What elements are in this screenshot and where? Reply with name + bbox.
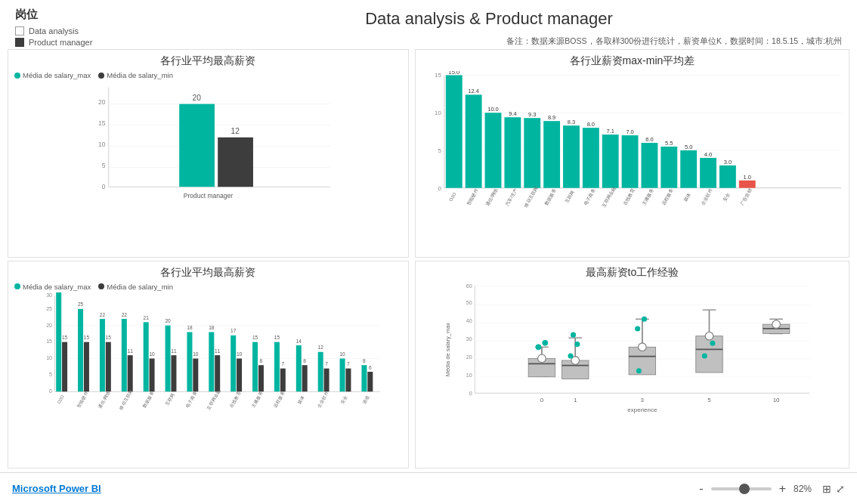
powerbi-link[interactable]: Microsoft Power BI (12, 483, 101, 494)
svg-rect-55 (187, 332, 192, 391)
chart-bottom-left: 各行业平均最高薪资 Média de salary_max Média de s… (8, 261, 409, 469)
svg-text:10: 10 (339, 351, 345, 357)
svg-text:0: 0 (102, 183, 106, 190)
legend-max-label: Média de salary_max (23, 71, 91, 79)
chart-bottom-left-title: 各行业平均最高薪资 (14, 266, 402, 280)
svg-text:15: 15 (274, 335, 280, 340)
svg-point-202 (636, 368, 642, 373)
chart-top-right-title: 各行业薪资max-min平均差 (422, 54, 843, 68)
svg-rect-80 (296, 345, 302, 391)
boxplot-0: 0 (528, 340, 555, 404)
svg-text:20: 20 (98, 98, 106, 106)
svg-text:15: 15 (252, 335, 258, 340)
svg-text:14: 14 (296, 338, 302, 343)
chart-bottom-right-svg: Média de salary_max 0 10 20 30 40 50 60 (422, 283, 843, 430)
svg-text:远程服务: 远程服务 (272, 390, 285, 408)
svg-text:通信/网络: 通信/网络 (485, 187, 499, 206)
svg-text:1: 1 (574, 396, 577, 403)
svg-rect-145 (680, 150, 697, 188)
svg-text:15: 15 (106, 335, 112, 340)
svg-text:20: 20 (466, 354, 472, 360)
svg-text:8: 8 (303, 357, 306, 363)
svg-point-220 (772, 320, 781, 328)
svg-text:15.0: 15.0 (448, 71, 459, 76)
svg-rect-31 (84, 342, 89, 391)
svg-rect-127 (563, 125, 580, 188)
svg-rect-115 (484, 113, 501, 187)
dot-min-bl (98, 283, 104, 289)
svg-rect-118 (504, 117, 521, 188)
svg-text:11: 11 (128, 348, 134, 353)
svg-point-211 (702, 353, 707, 358)
svg-text:7: 7 (347, 361, 350, 366)
expand-icon[interactable]: ⤢ (836, 483, 845, 495)
svg-rect-124 (543, 121, 560, 188)
svg-rect-61 (215, 355, 220, 391)
svg-rect-50 (166, 325, 171, 391)
svg-text:25: 25 (46, 305, 52, 311)
svg-rect-41 (128, 355, 133, 391)
svg-text:11: 11 (215, 348, 221, 353)
svg-text:媒体: 媒体 (683, 192, 691, 202)
svg-text:10: 10 (773, 396, 780, 403)
svg-text:10: 10 (98, 141, 106, 148)
svg-text:安全: 安全 (722, 191, 731, 202)
svg-rect-148 (700, 158, 716, 188)
svg-rect-130 (583, 128, 599, 188)
svg-text:22: 22 (100, 311, 106, 317)
svg-text:20: 20 (46, 322, 52, 327)
svg-rect-76 (280, 368, 286, 391)
svg-point-210 (705, 332, 713, 340)
svg-text:10: 10 (193, 351, 199, 357)
zoom-plus[interactable]: + (776, 482, 789, 496)
svg-text:12: 12 (230, 127, 240, 135)
dot-min (98, 73, 104, 79)
svg-rect-36 (106, 342, 111, 391)
svg-point-178 (537, 354, 546, 363)
svg-text:主播服务: 主播服务 (250, 390, 264, 408)
svg-rect-95 (361, 365, 367, 391)
svg-text:60: 60 (466, 283, 472, 289)
boxplot-5: 5 (696, 310, 722, 404)
svg-text:主播服务: 主播服务 (641, 187, 654, 206)
svg-text:7.0: 7.0 (626, 128, 633, 135)
fit-screen-icon[interactable]: ⊞ (822, 483, 831, 495)
svg-rect-46 (150, 358, 155, 391)
svg-text:企业软件: 企业软件 (701, 188, 713, 206)
svg-text:20: 20 (165, 318, 171, 323)
svg-point-199 (638, 342, 646, 351)
svg-rect-70 (252, 342, 258, 391)
svg-text:8.9: 8.9 (548, 114, 555, 121)
svg-point-179 (536, 344, 541, 349)
svg-rect-142 (661, 147, 677, 188)
x-axis-label: experience (627, 407, 657, 413)
svg-text:40: 40 (466, 318, 472, 324)
svg-rect-35 (100, 319, 105, 391)
svg-text:5: 5 (49, 372, 52, 377)
chart-top-right-svg: 0 5 10 15 15.0 O2O 12.4 智能硬件 (422, 71, 843, 222)
subtitle: 备注：数据来源BOSS，各取样300份进行统计，薪资单位K，数据时间：18.5.… (506, 36, 842, 47)
svg-rect-112 (466, 94, 482, 187)
svg-rect-154 (739, 181, 756, 188)
svg-text:8: 8 (363, 357, 366, 363)
svg-text:9.4: 9.4 (509, 110, 516, 117)
svg-text:12.4: 12.4 (468, 88, 479, 94)
zoom-controls: - + 82% ⊞ ⤢ (696, 482, 845, 496)
svg-text:10: 10 (435, 110, 441, 116)
svg-text:0: 0 (469, 390, 472, 396)
zoom-minus[interactable]: - (696, 482, 706, 496)
svg-text:22: 22 (122, 311, 128, 317)
svg-text:互联网金融: 互联网金融 (602, 186, 617, 208)
svg-text:7: 7 (325, 361, 328, 366)
legend-max-bl: Média de salary_max (14, 283, 91, 291)
svg-text:25: 25 (78, 301, 84, 307)
svg-text:15: 15 (98, 119, 106, 127)
svg-point-180 (543, 340, 548, 345)
zoom-slider[interactable] (711, 487, 772, 490)
chart-bottom-right: 最高薪资to工作经验 Média de salary_max 0 10 20 3… (415, 261, 849, 469)
svg-text:移动互联网: 移动互联网 (523, 186, 538, 208)
svg-text:15: 15 (62, 335, 68, 340)
svg-text:媒体: 媒体 (296, 394, 305, 404)
legend-max: Média de salary_max (14, 71, 91, 79)
svg-text:电子商务: 电子商务 (184, 390, 198, 408)
